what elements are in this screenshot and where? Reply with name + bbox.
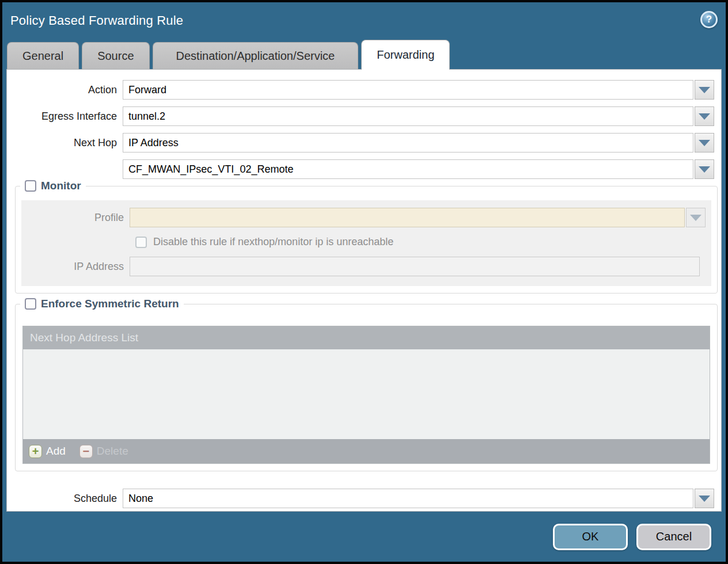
delete-button-label: Delete [97, 445, 128, 458]
egress-interface-row: Egress Interface tunnel.2 [7, 106, 714, 126]
action-dropdown-button[interactable] [695, 80, 714, 100]
profile-label: Profile [21, 212, 130, 224]
schedule-dropdown-button[interactable] [695, 489, 714, 508]
chevron-down-icon [699, 166, 710, 173]
dialog-title: Policy Based Forwarding Rule [10, 13, 183, 28]
delete-button: − Delete [79, 445, 128, 458]
egress-interface-dropdown-button[interactable] [695, 106, 714, 126]
monitor-legend: Monitor [20, 180, 86, 192]
tab-source[interactable]: Source [82, 42, 149, 69]
schedule-row: Schedule None [7, 489, 714, 508]
symmetric-return-checkbox[interactable] [25, 298, 36, 310]
table-header-label: Next Hop Address List [30, 331, 138, 344]
chevron-down-icon [699, 496, 710, 502]
tab-bar: General Source Destination/Application/S… [2, 39, 726, 69]
chevron-down-icon [699, 87, 710, 93]
action-row: Action Forward [7, 80, 714, 100]
ok-button[interactable]: OK [553, 524, 628, 550]
dialog-footer: OK Cancel [2, 512, 726, 562]
profile-select [130, 208, 685, 227]
pbf-rule-dialog: Policy Based Forwarding Rule ? General S… [0, 0, 728, 564]
schedule-select[interactable]: None [123, 489, 693, 508]
symmetric-return-legend: Enforce Symmetric Return [20, 298, 184, 310]
disable-rule-row: Disable this rule if nexthop/monitor ip … [135, 236, 711, 248]
next-hop-address-dropdown-button[interactable] [695, 159, 714, 179]
next-hop-type-select[interactable]: IP Address [123, 133, 693, 153]
forwarding-tab-panel: Action Forward Egress Interface tunnel.2… [6, 69, 722, 512]
next-hop-label: Next Hop [7, 137, 123, 149]
table-body-empty[interactable] [23, 349, 710, 439]
symmetric-return-title: Enforce Symmetric Return [41, 298, 179, 310]
monitor-checkbox[interactable] [25, 180, 36, 192]
monitor-section: Monitor Profile Disable this rule if nex… [15, 186, 718, 294]
action-select[interactable]: Forward [123, 80, 693, 100]
disable-rule-label: Disable this rule if nexthop/monitor ip … [153, 236, 393, 248]
table-header: Next Hop Address List [23, 326, 710, 349]
profile-row: Profile [21, 208, 706, 227]
minus-icon: − [79, 445, 93, 458]
monitor-title: Monitor [41, 180, 81, 192]
cancel-button[interactable]: Cancel [636, 524, 711, 550]
next-hop-address-select[interactable]: CF_MWAN_IPsec_VTI_02_Remote [123, 159, 693, 179]
chevron-down-icon [699, 113, 710, 120]
tab-forwarding[interactable]: Forwarding [361, 40, 450, 70]
tab-destination-application-service[interactable]: Destination/Application/Service [153, 42, 359, 69]
add-button-label: Add [46, 445, 66, 458]
egress-interface-select[interactable]: tunnel.2 [123, 106, 693, 126]
egress-interface-label: Egress Interface [7, 110, 123, 123]
next-hop-dropdown-button[interactable] [695, 133, 714, 153]
monitor-ip-address-input [130, 257, 700, 276]
next-hop-row: Next Hop IP Address [7, 133, 714, 153]
help-icon[interactable]: ? [700, 11, 718, 28]
plus-icon: + [29, 445, 42, 458]
action-label: Action [7, 84, 123, 96]
monitor-ip-address-label: IP Address [21, 261, 130, 273]
disable-rule-checkbox [135, 237, 147, 248]
monitor-ip-address-row: IP Address [21, 257, 706, 276]
chevron-down-icon [690, 215, 702, 221]
monitor-panel: Profile Disable this rule if nexthop/mon… [21, 200, 711, 286]
next-hop-address-list-table: Next Hop Address List + Add − Delete [22, 326, 710, 464]
chevron-down-icon [699, 140, 710, 146]
table-toolbar: + Add − Delete [23, 439, 710, 463]
profile-dropdown-button [686, 208, 706, 227]
add-button[interactable]: + Add [29, 445, 66, 458]
tab-general[interactable]: General [7, 42, 79, 69]
dialog-titlebar: Policy Based Forwarding Rule ? [2, 2, 726, 39]
next-hop-address-row: CF_MWAN_IPsec_VTI_02_Remote [7, 159, 714, 179]
symmetric-return-section: Enforce Symmetric Return Next Hop Addres… [15, 304, 718, 471]
schedule-label: Schedule [7, 493, 123, 505]
